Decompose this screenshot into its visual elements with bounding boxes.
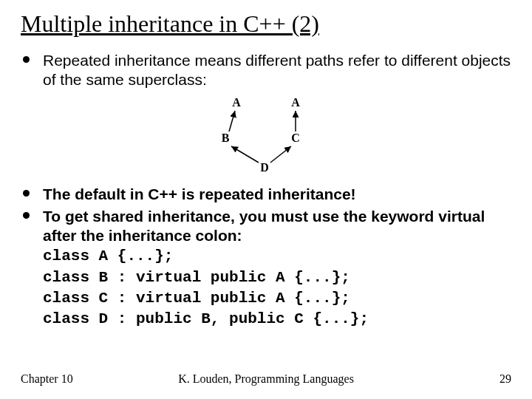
code-line: class C : virtual public A {...}; <box>43 289 511 308</box>
node-d: D <box>260 161 269 174</box>
node-a-right: A <box>291 96 300 109</box>
bullet-text-line: To get shared inheritance, you must use … <box>43 208 485 244</box>
footer-center: K. Louden, Programming Languages <box>21 372 511 386</box>
bullet-item: The default in C++ is repeated inheritan… <box>21 185 511 204</box>
node-a-left: A <box>232 96 241 109</box>
node-c: C <box>291 132 300 144</box>
bullet-item: To get shared inheritance, you must use … <box>21 207 511 330</box>
code-line: class A {...}; <box>43 247 511 266</box>
bullet-icon <box>21 51 31 90</box>
page-title: Multiple inheritance in C++ (2) <box>21 10 511 38</box>
bullet-item: Repeated inheritance means different pat… <box>21 51 511 90</box>
svg-line-2 <box>231 146 259 163</box>
bullet-text: The default in C++ is repeated inheritan… <box>43 185 511 204</box>
bullet-text: To get shared inheritance, you must use … <box>43 207 511 330</box>
slide-footer: Chapter 10 K. Louden, Programming Langua… <box>21 372 511 386</box>
code-line: class D : public B, public C {...}; <box>43 310 511 329</box>
svg-line-0 <box>229 111 235 132</box>
inheritance-diagram: A A B C D <box>21 95 511 176</box>
code-line: class B : virtual public A {...}; <box>43 268 511 287</box>
slide: Multiple inheritance in C++ (2) Repeated… <box>0 0 532 329</box>
bullet-text: Repeated inheritance means different pat… <box>43 51 511 90</box>
svg-line-3 <box>270 146 291 163</box>
bullet-icon <box>21 185 31 204</box>
bullet-list: Repeated inheritance means different pat… <box>21 51 511 329</box>
bullet-icon <box>21 207 31 330</box>
node-b: B <box>222 132 230 144</box>
